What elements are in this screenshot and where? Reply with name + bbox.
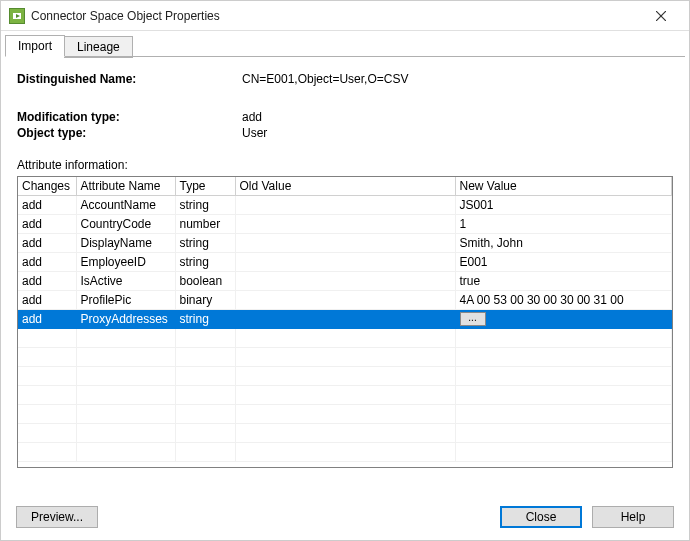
empty-cell [76, 329, 175, 348]
empty-cell [455, 443, 672, 462]
empty-cell [235, 367, 455, 386]
cell-changes: add [18, 291, 76, 310]
cell-old [235, 272, 455, 291]
empty-cell [455, 386, 672, 405]
col-header-new[interactable]: New Value [455, 177, 672, 196]
table-row[interactable] [18, 329, 672, 348]
cell-changes: add [18, 215, 76, 234]
table-row[interactable] [18, 367, 672, 386]
table-row[interactable] [18, 443, 672, 462]
cell-attr: AccountName [76, 196, 175, 215]
attribute-info-label: Attribute information: [17, 158, 673, 172]
title-bar: Connector Space Object Properties [1, 1, 689, 31]
col-header-changes[interactable]: Changes [18, 177, 76, 196]
col-header-old[interactable]: Old Value [235, 177, 455, 196]
cell-attr: EmployeeID [76, 253, 175, 272]
cell-attr: ProfilePic [76, 291, 175, 310]
tab-strip: Import Lineage [1, 31, 689, 57]
preview-button[interactable]: Preview... [16, 506, 98, 528]
table-row[interactable]: addAccountNamestringJS001 [18, 196, 672, 215]
ellipsis-button[interactable]: ... [460, 312, 486, 326]
cell-new: 1 [455, 215, 672, 234]
objtype-label: Object type: [17, 126, 242, 140]
empty-cell [235, 405, 455, 424]
cell-type: number [175, 215, 235, 234]
empty-cell [76, 367, 175, 386]
empty-cell [76, 424, 175, 443]
close-button[interactable]: Close [500, 506, 582, 528]
table-row[interactable] [18, 348, 672, 367]
col-header-type[interactable]: Type [175, 177, 235, 196]
cell-type: string [175, 310, 235, 329]
modtype-label: Modification type: [17, 110, 242, 124]
col-header-attr[interactable]: Attribute Name [76, 177, 175, 196]
empty-cell [175, 386, 235, 405]
cell-old [235, 215, 455, 234]
cell-attr: CountryCode [76, 215, 175, 234]
cell-type: string [175, 253, 235, 272]
empty-cell [76, 348, 175, 367]
window-title: Connector Space Object Properties [31, 9, 641, 23]
empty-cell [18, 329, 76, 348]
table-row[interactable]: addIsActivebooleantrue [18, 272, 672, 291]
grid-header-row[interactable]: Changes Attribute Name Type Old Value Ne… [18, 177, 672, 196]
tab-lineage[interactable]: Lineage [64, 36, 133, 58]
cell-old [235, 310, 455, 329]
table-row[interactable]: addEmployeeIDstringE001 [18, 253, 672, 272]
empty-cell [455, 329, 672, 348]
cell-new: E001 [455, 253, 672, 272]
cell-new: ... [455, 310, 672, 329]
dn-value: CN=E001,Object=User,O=CSV [242, 72, 673, 86]
table-row[interactable] [18, 386, 672, 405]
cell-new: 4A 00 53 00 30 00 30 00 31 00 [455, 291, 672, 310]
empty-cell [235, 443, 455, 462]
close-icon[interactable] [641, 2, 681, 30]
cell-attr: IsActive [76, 272, 175, 291]
empty-cell [175, 329, 235, 348]
empty-cell [455, 348, 672, 367]
empty-cell [18, 348, 76, 367]
modtype-value: add [242, 110, 673, 124]
empty-cell [455, 367, 672, 386]
empty-cell [175, 443, 235, 462]
cell-changes: add [18, 234, 76, 253]
empty-cell [455, 405, 672, 424]
empty-cell [175, 424, 235, 443]
help-button[interactable]: Help [592, 506, 674, 528]
cell-attr: DisplayName [76, 234, 175, 253]
cell-changes: add [18, 272, 76, 291]
table-row[interactable]: addProxyAddressesstring... [18, 310, 672, 329]
empty-cell [18, 367, 76, 386]
cell-old [235, 196, 455, 215]
table-row[interactable]: addDisplayNamestringSmith, John [18, 234, 672, 253]
empty-cell [18, 405, 76, 424]
empty-cell [18, 424, 76, 443]
cell-type: string [175, 234, 235, 253]
app-icon [9, 8, 25, 24]
table-row[interactable]: addProfilePicbinary4A 00 53 00 30 00 30 … [18, 291, 672, 310]
table-row[interactable]: addCountryCodenumber1 [18, 215, 672, 234]
table-row[interactable] [18, 405, 672, 424]
empty-cell [18, 443, 76, 462]
empty-cell [235, 348, 455, 367]
tab-import[interactable]: Import [5, 35, 65, 57]
cell-changes: add [18, 253, 76, 272]
cell-changes: add [18, 196, 76, 215]
table-row[interactable] [18, 424, 672, 443]
cell-type: binary [175, 291, 235, 310]
empty-cell [76, 405, 175, 424]
cell-type: string [175, 196, 235, 215]
empty-cell [175, 348, 235, 367]
empty-cell [175, 367, 235, 386]
empty-cell [455, 424, 672, 443]
empty-cell [18, 386, 76, 405]
tab-content: Distinguished Name: CN=E001,Object=User,… [1, 58, 689, 468]
cell-old [235, 253, 455, 272]
dn-label: Distinguished Name: [17, 72, 242, 86]
attribute-grid[interactable]: Changes Attribute Name Type Old Value Ne… [17, 176, 673, 468]
cell-new: Smith, John [455, 234, 672, 253]
cell-changes: add [18, 310, 76, 329]
empty-cell [76, 443, 175, 462]
button-bar: Preview... Close Help [0, 493, 690, 541]
cell-new: JS001 [455, 196, 672, 215]
